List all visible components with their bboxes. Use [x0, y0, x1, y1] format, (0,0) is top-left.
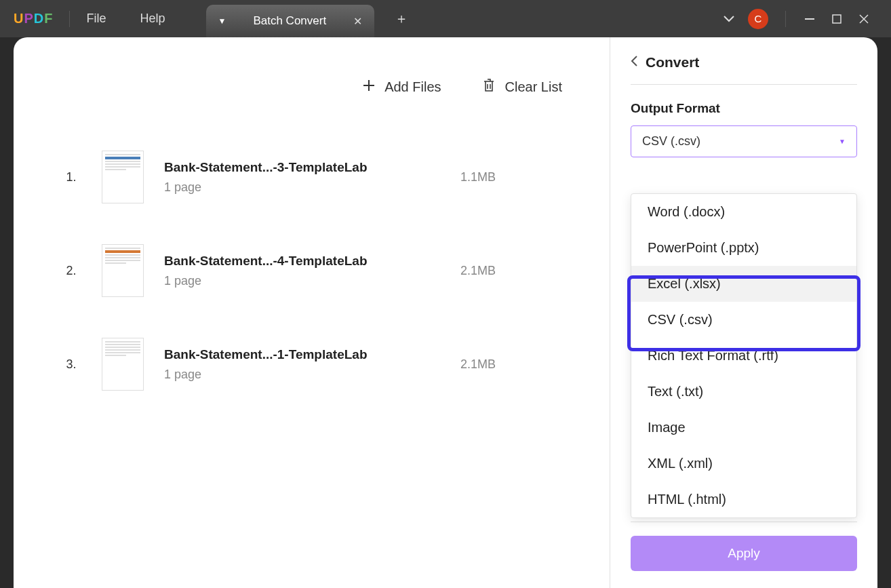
- output-format-select[interactable]: CSV (.csv) ▼: [631, 125, 857, 157]
- format-dropdown: Word (.docx)PowerPoint (.pptx)Excel (.xl…: [631, 193, 857, 518]
- sidebar-header: Convert: [631, 54, 857, 85]
- logo-u: U: [14, 11, 24, 26]
- divider: [69, 11, 70, 27]
- format-option[interactable]: Rich Text Format (.rtf): [631, 338, 856, 374]
- format-option[interactable]: HTML (.html): [631, 482, 856, 517]
- main: Add Files Clear List 1.Bank-Statement...…: [14, 37, 877, 588]
- file-row[interactable]: 3.Bank-Statement...-1-TemplateLab1 page2…: [61, 317, 562, 411]
- sidebar: Convert Output Format CSV (.csv) ▼ Word …: [610, 37, 877, 588]
- content-area: Add Files Clear List 1.Bank-Statement...…: [14, 37, 610, 588]
- format-option[interactable]: CSV (.csv): [631, 302, 856, 338]
- minimize-button[interactable]: [803, 18, 816, 20]
- format-option[interactable]: Excel (.xlsx): [631, 266, 856, 302]
- avatar[interactable]: C: [748, 9, 768, 29]
- sidebar-footer: Apply: [631, 522, 857, 571]
- toolbar: Add Files Clear List: [61, 78, 562, 117]
- file-meta: Bank-Statement...-3-TemplateLab1 page: [164, 160, 440, 195]
- format-option[interactable]: Word (.docx): [631, 194, 856, 230]
- file-pages: 1 page: [164, 274, 440, 288]
- logo-f: F: [44, 11, 53, 26]
- file-index: 2.: [61, 264, 81, 278]
- titlebar-right: C: [724, 9, 891, 29]
- new-tab-button[interactable]: ＋: [395, 9, 408, 28]
- close-icon[interactable]: ✕: [353, 15, 362, 28]
- svg-rect-0: [805, 18, 814, 20]
- caret-down-icon: ▼: [839, 138, 846, 145]
- menu-help[interactable]: Help: [140, 12, 165, 26]
- file-row[interactable]: 1.Bank-Statement...-3-TemplateLab1 page1…: [61, 130, 562, 224]
- file-size: 1.1MB: [460, 170, 562, 184]
- tab-active[interactable]: ▼ Batch Convert ✕: [206, 5, 375, 37]
- content-inner: Add Files Clear List 1.Bank-Statement...…: [34, 64, 589, 425]
- file-index: 3.: [61, 357, 81, 372]
- tab-dropdown-icon[interactable]: ▼: [218, 16, 226, 26]
- file-meta: Bank-Statement...-1-TemplateLab1 page: [164, 347, 440, 382]
- file-meta: Bank-Statement...-4-TemplateLab1 page: [164, 254, 440, 288]
- file-pages: 1 page: [164, 180, 440, 195]
- add-files-label: Add Files: [384, 79, 441, 95]
- apply-button[interactable]: Apply: [631, 536, 857, 571]
- file-pages: 1 page: [164, 368, 440, 382]
- format-option[interactable]: Image: [631, 410, 856, 446]
- file-thumbnail: [102, 244, 144, 297]
- titlebar: UPDF File Help ▼ Batch Convert ✕ ＋ C: [0, 0, 891, 37]
- format-option[interactable]: XML (.xml): [631, 446, 856, 482]
- divider: [785, 11, 786, 27]
- file-row[interactable]: 2.Bank-Statement...-4-TemplateLab1 page2…: [61, 224, 562, 317]
- file-size: 2.1MB: [460, 264, 562, 278]
- chevron-down-icon[interactable]: [724, 13, 734, 25]
- file-index: 1.: [61, 170, 81, 184]
- file-size: 2.1MB: [460, 357, 562, 372]
- svg-rect-1: [833, 15, 841, 23]
- file-list: 1.Bank-Statement...-3-TemplateLab1 page1…: [61, 117, 562, 411]
- tab-title: Batch Convert: [253, 14, 326, 28]
- select-value: CSV (.csv): [642, 134, 700, 149]
- clear-list-label: Clear List: [505, 79, 562, 95]
- maximize-button[interactable]: [830, 14, 844, 24]
- file-name: Bank-Statement...-3-TemplateLab: [164, 160, 440, 175]
- format-option[interactable]: Text (.txt): [631, 374, 856, 410]
- logo-d: D: [34, 11, 44, 26]
- format-option[interactable]: PowerPoint (.pptx): [631, 230, 856, 266]
- file-name: Bank-Statement...-1-TemplateLab: [164, 347, 440, 362]
- logo: UPDF: [14, 11, 53, 26]
- add-files-button[interactable]: Add Files: [363, 78, 441, 96]
- logo-p: P: [24, 11, 33, 26]
- trash-icon: [482, 78, 496, 96]
- back-icon[interactable]: [631, 56, 637, 69]
- file-thumbnail: [102, 338, 144, 391]
- clear-list-button[interactable]: Clear List: [482, 78, 562, 96]
- menu-file[interactable]: File: [86, 12, 106, 26]
- sidebar-title: Convert: [646, 54, 699, 71]
- close-button[interactable]: [857, 14, 871, 24]
- file-name: Bank-Statement...-4-TemplateLab: [164, 254, 440, 269]
- plus-icon: [363, 79, 375, 95]
- file-thumbnail: [102, 151, 144, 203]
- output-format-label: Output Format: [631, 101, 857, 116]
